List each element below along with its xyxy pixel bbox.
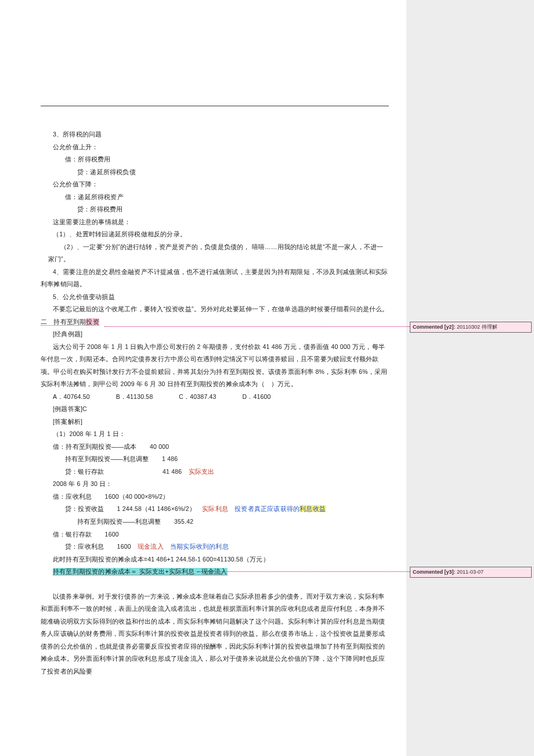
document-body: 3、所得税的问题 公允价值上升： 借：所得税费用 贷：递延所得税负债 公允价值下… [41,128,389,678]
para: 5、公允价值变动损益 [41,291,389,304]
annot-red: 现金流入 [138,543,164,550]
annot-blue: 投资者真正应该获得的 [234,505,300,512]
comment-text: 20110302 待理解 [456,324,497,330]
opt-c: C．40387.43 [179,393,216,400]
para: 远大公司于 2008 年 1 月 1 日购入中原公司发行的 2 年期债券，支付价… [41,341,389,391]
para: 贷：投资收益 1 244.58（41 1486×6%/2） 实际利息 投资者真正… [41,503,389,516]
para: [例题答案]C [41,403,389,416]
para: 2008 年 6 月 30 日： [41,478,389,491]
opt-b: B．41130.58 [116,393,153,400]
para: 借：银行存款 1600 [41,528,389,541]
para: [经典例题] [41,328,389,341]
para: 贷：递延所得税负债 [41,166,389,179]
entry-text: 贷：银行存款 41 486 [65,468,182,475]
document-page: 3、所得税的问题 公允价值上升： 借：所得税费用 贷：递延所得税负债 公允价值下… [0,0,406,756]
para: 借：持有至到期投资——成本 40 000 [41,441,389,453]
para: 贷：所得税费用 [41,203,389,216]
para: 此时持有至到期投资的摊余成本=41 486+1 244.58-1 600=411… [41,553,389,566]
para: 贷：应收利息 1600 现金流入 当期实际收到的利息 [41,541,389,553]
para: 不要忘记最后的这个收尾工作，要转入“投资收益”。另外对此处要延伸一下，在做单选题… [41,303,389,316]
sec2-text-b: 投资 [86,318,99,325]
para: 4、需要注意的是交易性金融资产不计提减值，也不进行减值测试，主要是因为持有期限短… [41,266,389,291]
para: 这里需要注意的事情就是： [41,216,389,229]
para: 贷：银行存款 41 486 实际支出 [41,466,389,478]
para: 以债券来举例。对于发行债券的一方来说，摊余成本意味着自己实际承担着多少的债务。而… [41,591,389,678]
para: 3、所得税的问题 [41,128,389,141]
comment-leader-1 [104,326,410,327]
comments-sidebar [406,0,534,756]
entry-text: 贷：投资收益 1 244.58（41 1486×6%/2） [65,505,196,512]
para: 持有至到期投资——利息调整 355.42 [41,516,389,528]
para: 持有至到期投资——利息调整 1 486 [41,453,389,466]
comment-label: Commented [y2]: [413,324,456,330]
comment-text: 2011-03-07 [456,569,484,575]
para: 公允价值下降： [41,178,389,191]
entry-text: 贷：应收利息 1600 [65,543,131,550]
annot-blue: 当期实际收到的利息 [170,543,229,550]
para: [答案解析] [41,416,389,429]
para: 借：应收利息 1600（40 000×8%/2） [41,491,389,503]
sec2-text-a: 二 持有至到期 [41,318,86,325]
para: 公允价值上升： [41,141,389,154]
comment-balloon-2[interactable]: Commented [y3]: 2011-03-07 [410,567,532,578]
para: （1）2008 年 1 月 1 日： [41,428,389,441]
comment-balloon-1[interactable]: Commented [y2]: 20110302 待理解 [410,322,532,333]
comment-label: Commented [y3]: [413,569,456,575]
comment-leader-2 [197,571,410,572]
header-rule [41,106,389,106]
answer-options: A．40764.50 B．41130.58 C．40387.43 D．41600 [41,391,389,404]
para: 借：递延所得税资产 [41,191,389,204]
para: （1）、处置时转回递延所得税做相反的分录。 [41,228,389,241]
opt-d: D．41600 [242,393,270,400]
para: 借：所得税费用 [41,153,389,166]
blank-line [41,578,389,591]
annot-red: 实际利息 [202,505,228,512]
para: （2）、一定要“分别”的进行结转，资产是资产的，负债是负债的， 嘻嘻……用我的结… [41,241,389,266]
annot-red: 实际支出 [189,468,215,475]
annot-highlight: 利息收益 [300,505,326,512]
opt-a: A．40764.50 [53,393,90,400]
